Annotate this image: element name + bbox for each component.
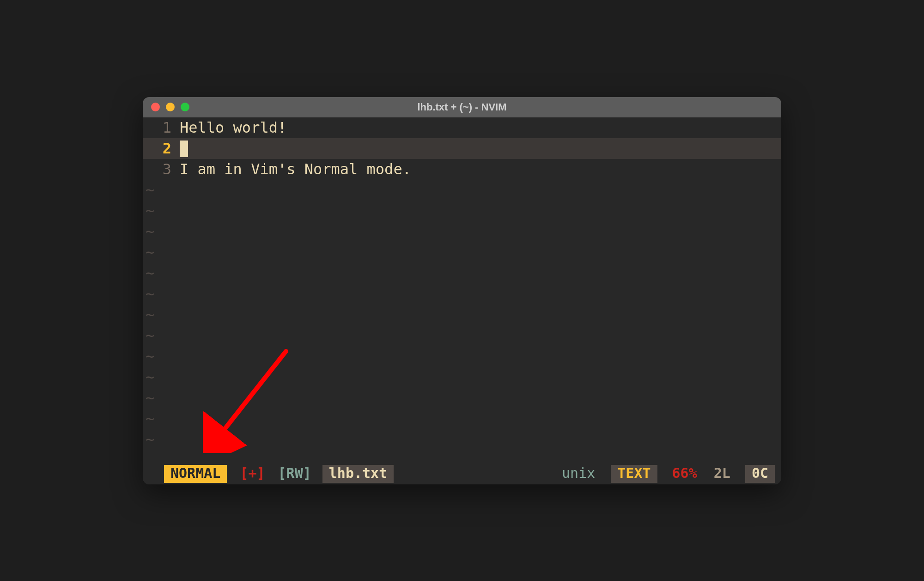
window-title: lhb.txt + (~) - NVIM <box>143 101 781 113</box>
line-content: Hello world! <box>180 117 286 138</box>
terminal-window: lhb.txt + (~) - NVIM 1Hello world!23I am… <box>143 97 781 484</box>
readwrite-indicator: [RW] <box>272 464 318 483</box>
empty-line-tilde: ~ <box>143 284 781 305</box>
cursor <box>180 141 188 157</box>
empty-line-tilde: ~ <box>143 429 781 450</box>
filename-indicator: lhb.txt <box>322 464 394 483</box>
line-number: 1 <box>143 117 180 138</box>
modified-indicator: [+] <box>233 464 271 483</box>
empty-line-tilde: ~ <box>143 325 781 346</box>
close-window-button[interactable] <box>151 103 160 111</box>
line-content: I am in Vim's Normal mode. <box>180 159 411 180</box>
empty-line-tilde: ~ <box>143 201 781 221</box>
mode-indicator: NORMAL <box>164 464 227 483</box>
maximize-window-button[interactable] <box>181 103 189 111</box>
empty-line-tilde: ~ <box>143 346 781 367</box>
empty-line-tilde: ~ <box>143 263 781 284</box>
status-line: NORMAL [+] [RW] lhb.txt unix TEXT 66% 2L… <box>143 465 781 484</box>
minimize-window-button[interactable] <box>166 103 175 111</box>
titlebar: lhb.txt + (~) - NVIM <box>143 97 781 117</box>
empty-line-tilde: ~ <box>143 367 781 388</box>
line-indicator: 2L <box>707 464 737 483</box>
empty-line-tilde: ~ <box>143 242 781 263</box>
fileformat-indicator: unix <box>555 464 602 483</box>
editor-line[interactable]: 3I am in Vim's Normal mode. <box>143 159 781 180</box>
empty-line-tilde: ~ <box>143 180 781 201</box>
empty-line-tilde: ~ <box>143 305 781 325</box>
percent-indicator: 66% <box>666 464 704 483</box>
empty-line-tilde: ~ <box>143 409 781 429</box>
column-indicator: 0C <box>745 464 775 483</box>
editor-area[interactable]: 1Hello world!23I am in Vim's Normal mode… <box>143 117 781 465</box>
filetype-indicator: TEXT <box>611 464 657 483</box>
traffic-lights <box>151 103 189 111</box>
line-content <box>180 138 188 159</box>
empty-line-tilde: ~ <box>143 221 781 242</box>
line-number: 2 <box>143 138 180 159</box>
line-number: 3 <box>143 159 180 180</box>
editor-line[interactable]: 1Hello world! <box>143 117 781 138</box>
empty-line-tilde: ~ <box>143 388 781 409</box>
editor-line[interactable]: 2 <box>143 138 781 159</box>
